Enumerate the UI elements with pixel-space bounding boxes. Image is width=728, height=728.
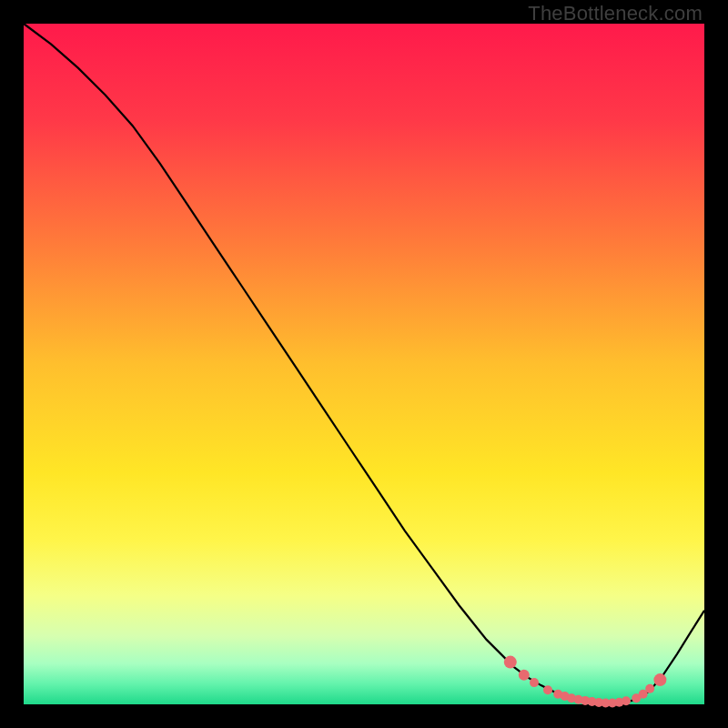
curve-layer [24,24,704,704]
data-marker [645,684,654,693]
watermark-text: TheBottleneck.com [528,2,703,25]
data-marker [519,670,530,681]
bottleneck-curve [24,24,704,703]
data-markers [504,656,667,708]
data-marker [504,656,517,669]
data-marker [653,673,666,686]
data-marker [530,678,539,687]
chart-container: TheBottleneck.com [0,0,728,728]
data-marker [543,685,552,694]
data-marker [622,696,631,705]
plot-area [24,24,704,704]
